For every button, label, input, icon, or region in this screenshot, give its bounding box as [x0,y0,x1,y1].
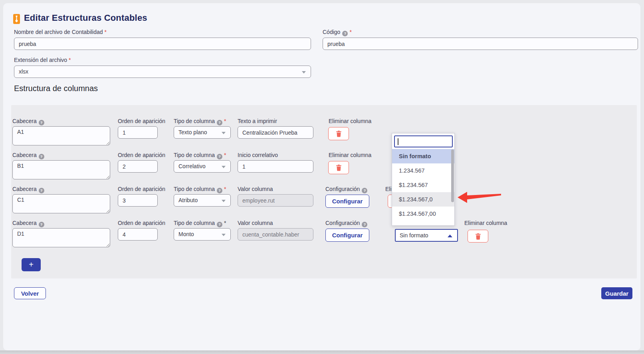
row1-tipo-value: Texto plano [178,129,207,135]
help-icon[interactable]: ? [217,120,222,125]
dropdown-scrollbar[interactable] [451,149,454,202]
codigo-label: Código?* [323,29,352,36]
cabecera-label-text: Cabecera [12,152,37,158]
help-icon[interactable]: ? [39,154,44,159]
row3-cabecera-label: Cabecera? [12,186,44,193]
row4-cabecera-label: Cabecera? [12,220,44,227]
row4-configurar-button[interactable]: Configurar [325,229,369,242]
row4-tipo-value: Monto [178,231,194,237]
nombre-label-text: Nombre del archivo de Contabilidad [14,29,103,35]
row4-tipo-select[interactable]: Monto [174,228,231,241]
row3-valor-label: Valor columna [238,186,273,192]
row3-cabecera-textarea[interactable]: C1 [12,194,110,213]
row2-cabecera-textarea[interactable]: B1 [12,160,110,179]
row4-orden-input[interactable] [118,228,158,241]
codigo-label-text: Código [323,29,340,35]
row1-orden-input[interactable] [118,126,158,139]
row1-cabecera-textarea[interactable]: A1 [12,126,110,145]
dropdown-option[interactable]: $1.234.567,0 [392,192,455,207]
row1-cabecera-label: Cabecera? [12,118,44,125]
row3-tipo-value: Atributo [178,197,198,203]
trash-icon [336,130,342,137]
tipo-label-text: Tipo de columna [174,186,215,192]
tipo-label-text: Tipo de columna [174,118,215,124]
dropdown-option-list: Sin formato 1.234.567 $1.234.567 $1.234.… [392,149,455,226]
row4-formato-select[interactable]: Sin formato [395,229,458,242]
nombre-label: Nombre del archivo de Contabilidad* [14,29,107,35]
config-label-text: Configuración [325,186,360,192]
row3-orden-label: Orden de aparición [118,186,165,192]
row3-configurar-button[interactable]: Configurar [325,195,369,208]
trash-icon [336,164,342,171]
row2-orden-label: Orden de aparición [118,152,165,158]
add-column-button[interactable]: + [22,258,41,271]
row4-tipo-label: Tipo de columna?* [174,220,226,227]
help-icon[interactable]: ? [342,31,348,36]
required-asterisk: * [349,29,351,35]
row4-eliminar-label: Eliminar columna [464,220,507,226]
row2-tipo-label: Tipo de columna?* [174,152,226,159]
tipo-label-text: Tipo de columna [174,152,215,158]
row4-delete-button[interactable] [468,230,488,243]
help-icon[interactable]: ? [39,222,44,227]
section-title: Estructura de columnas [14,84,98,93]
codigo-input[interactable] [323,38,638,50]
help-icon[interactable]: ? [217,188,222,193]
help-icon[interactable]: ? [217,222,222,227]
row1-tipo-label: Tipo de columna?* [174,118,226,125]
dropdown-option[interactable]: Sin formato [392,149,455,163]
required-asterisk: * [224,220,226,226]
dropdown-option[interactable]: $1.234.567 [392,178,455,192]
row3-config-label: Configuración? [325,186,367,193]
chevron-up-icon [448,235,452,237]
extension-select[interactable]: xlsx [14,66,311,78]
dropdown-option[interactable]: #.###,##0 [392,221,455,226]
row2-tipo-select[interactable]: Correlativo [174,160,231,173]
dropdown-option[interactable]: $1.234.567,00 [392,207,455,221]
trash-icon [475,233,481,240]
row1-orden-label: Orden de aparición [118,118,165,124]
guardar-button[interactable]: Guardar [601,287,632,299]
row4-config-label: Configuración? [325,220,367,227]
row4-formato-value: Sin formato [400,232,428,239]
dropdown-search-input[interactable] [394,135,453,147]
page-title: Editar Estructuras Contables [24,13,147,23]
row2-delete-button[interactable] [328,161,349,174]
window-bottom-edge [0,350,644,354]
nombre-input[interactable] [14,38,311,50]
formato-dropdown-panel: Sin formato 1.234.567 $1.234.567 $1.234.… [392,133,455,226]
required-asterisk: * [224,186,226,192]
row1-texto-input[interactable] [238,126,313,139]
required-asterisk: * [224,118,226,124]
help-icon[interactable]: ? [39,188,44,193]
text-cursor [398,138,398,145]
help-icon[interactable]: ? [362,188,367,193]
row2-inicio-input[interactable] [238,160,313,173]
help-icon[interactable]: ? [217,154,222,159]
chevron-down-icon [222,200,226,202]
row3-orden-input[interactable] [118,194,158,207]
chevron-down-icon [302,71,306,74]
row2-inicio-label: Inicio correlativo [238,152,278,158]
row1-delete-button[interactable] [328,127,349,140]
volver-button[interactable]: Volver [14,287,46,299]
required-asterisk: * [105,29,107,35]
row4-cabecera-textarea[interactable]: D1 [12,228,110,247]
row1-texto-label: Texto a imprimir [238,118,277,124]
help-icon[interactable]: ? [39,120,44,125]
row3-tipo-select[interactable]: Atributo [174,194,231,207]
row1-tipo-select[interactable]: Texto plano [174,126,231,139]
extension-label-text: Extensión del archivo [14,57,67,63]
row4-valor-label: Valor columna [238,220,273,226]
edit-icon [13,14,20,24]
cabecera-label-text: Cabecera [12,220,37,226]
row2-orden-input[interactable] [118,160,158,173]
row2-tipo-value: Correlativo [178,163,206,169]
row4-orden-label: Orden de aparición [118,220,165,226]
dropdown-option[interactable]: 1.234.567 [392,163,455,178]
required-asterisk: * [224,152,226,158]
config-label-text: Configuración [325,220,360,226]
cabecera-label-text: Cabecera [12,186,37,192]
help-icon[interactable]: ? [362,222,367,227]
row3-tipo-label: Tipo de columna?* [174,186,226,193]
